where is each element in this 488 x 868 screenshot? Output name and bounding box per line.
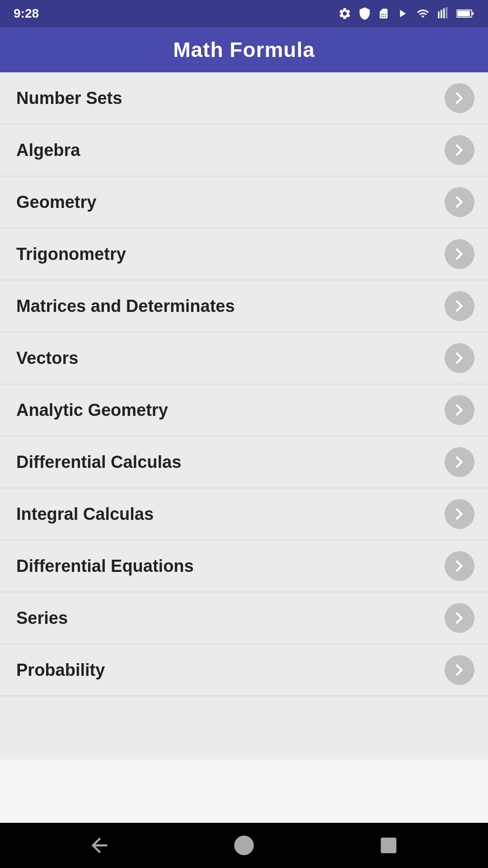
status-icons-area bbox=[338, 7, 474, 20]
menu-item-trigonometry[interactable]: Trigonometry bbox=[0, 228, 488, 280]
battery-icon bbox=[456, 7, 474, 20]
back-button[interactable] bbox=[86, 832, 113, 859]
wifi-icon bbox=[415, 7, 431, 20]
chevron-right-icon bbox=[445, 499, 474, 529]
menu-item-label: Integral Calculas bbox=[16, 505, 154, 524]
play-icon bbox=[396, 7, 408, 20]
menu-item-integral-calculas[interactable]: Integral Calculas bbox=[0, 488, 488, 540]
chevron-right-icon bbox=[445, 551, 474, 581]
chevron-right-icon bbox=[445, 655, 474, 685]
menu-item-label: Series bbox=[16, 609, 68, 628]
chevron-right-icon bbox=[445, 447, 474, 477]
menu-item-label: Differential Calculas bbox=[16, 453, 181, 472]
status-bar: 9:28 bbox=[0, 0, 488, 27]
menu-list: Number SetsAlgebraGeometryTrigonometryMa… bbox=[0, 72, 488, 760]
status-time-area: 9:28 bbox=[14, 6, 39, 21]
menu-item-vectors[interactable]: Vectors bbox=[0, 332, 488, 384]
svg-point-7 bbox=[234, 835, 253, 855]
content-spacer bbox=[0, 760, 488, 823]
menu-item-label: Vectors bbox=[16, 349, 78, 368]
app-title: Math Formula bbox=[173, 38, 315, 62]
svg-rect-2 bbox=[443, 8, 445, 18]
svg-rect-3 bbox=[446, 7, 448, 19]
menu-item-matrices-and-determinates[interactable]: Matrices and Determinates bbox=[0, 280, 488, 332]
menu-item-label: Algebra bbox=[16, 141, 80, 160]
sim-icon bbox=[378, 7, 389, 20]
menu-item-differential-equations[interactable]: Differential Equations bbox=[0, 540, 488, 592]
menu-item-label: Differential Equations bbox=[16, 557, 194, 576]
svg-rect-1 bbox=[441, 10, 442, 19]
chevron-right-icon bbox=[445, 187, 474, 217]
chevron-right-icon bbox=[445, 395, 474, 425]
chevron-right-icon bbox=[445, 135, 474, 165]
menu-item-label: Matrices and Determinates bbox=[16, 297, 235, 316]
menu-item-differential-calculas[interactable]: Differential Calculas bbox=[0, 436, 488, 488]
svg-rect-6 bbox=[457, 11, 470, 16]
signal-icon bbox=[437, 7, 450, 20]
chevron-right-icon bbox=[445, 603, 474, 633]
recent-button[interactable] bbox=[375, 832, 402, 859]
menu-item-label: Geometry bbox=[16, 193, 96, 212]
settings-icon bbox=[338, 7, 352, 20]
svg-rect-8 bbox=[381, 838, 397, 854]
app-header: Math Formula bbox=[0, 27, 488, 72]
menu-item-label: Analytic Geometry bbox=[16, 401, 168, 420]
svg-rect-0 bbox=[438, 11, 440, 18]
chevron-right-icon bbox=[445, 343, 474, 373]
menu-item-label: Number Sets bbox=[16, 89, 122, 108]
menu-item-analytic-geometry[interactable]: Analytic Geometry bbox=[0, 384, 488, 436]
menu-item-label: Trigonometry bbox=[16, 245, 126, 264]
menu-item-number-sets[interactable]: Number Sets bbox=[0, 72, 488, 124]
chevron-right-icon bbox=[445, 239, 474, 269]
chevron-right-icon bbox=[445, 83, 474, 113]
menu-item-label: Probability bbox=[16, 660, 105, 680]
menu-item-geometry[interactable]: Geometry bbox=[0, 176, 488, 228]
chevron-right-icon bbox=[445, 291, 474, 321]
menu-item-algebra[interactable]: Algebra bbox=[0, 124, 488, 176]
bottom-nav bbox=[0, 823, 488, 868]
menu-item-series[interactable]: Series bbox=[0, 592, 488, 644]
menu-item-probability[interactable]: Probability bbox=[0, 644, 488, 696]
svg-rect-5 bbox=[472, 12, 474, 15]
home-button[interactable] bbox=[230, 832, 258, 859]
shield-icon bbox=[358, 7, 371, 20]
status-time: 9:28 bbox=[14, 6, 39, 21]
